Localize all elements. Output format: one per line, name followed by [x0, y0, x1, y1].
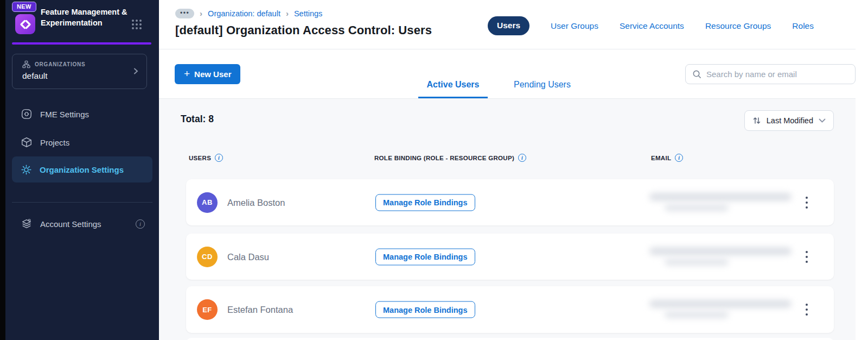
- kebab-menu-icon[interactable]: [802, 251, 811, 263]
- access-control-tabs: Users User Groups Service Accounts Resou…: [488, 16, 814, 35]
- search-box: [685, 64, 856, 84]
- table-header-row: USERSi ROLE BINDING (ROLE - RESOURCE GRO…: [159, 154, 856, 162]
- avatar: CD: [197, 247, 218, 267]
- manage-role-bindings-button[interactable]: Manage Role Bindings: [375, 248, 475, 265]
- gear-icon: [21, 164, 32, 175]
- info-icon[interactable]: i: [215, 154, 223, 162]
- sidebar-divider: [12, 202, 152, 203]
- info-icon[interactable]: i: [675, 154, 683, 162]
- avatar: AB: [197, 192, 218, 213]
- toolbar: + New User Active Users Pending Users: [159, 49, 856, 99]
- chevron-down-icon: [819, 118, 826, 123]
- sidebar: NEW Feature Management & Experimentation…: [5, 0, 159, 340]
- layers-icon: [21, 218, 33, 230]
- screen: NEW Feature Management & Experimentation…: [0, 0, 868, 340]
- column-header-users: USERSi: [189, 154, 223, 162]
- page-header: ••• › Organization: default › Settings […: [159, 0, 856, 49]
- sort-icon: [752, 116, 761, 125]
- sort-dropdown-value: Last Modified: [767, 116, 813, 125]
- tab-roles[interactable]: Roles: [792, 21, 814, 31]
- email-redacted: [649, 298, 796, 322]
- sidebar-item-fme-settings[interactable]: FME Settings: [12, 103, 152, 125]
- breadcrumb-ellipsis[interactable]: •••: [175, 9, 194, 18]
- fme-settings-icon: [21, 108, 33, 120]
- page-title: [default] Organization Access Control: U…: [175, 23, 432, 37]
- table-row: AB Amelia Boston Manage Role Bindings: [186, 179, 834, 225]
- table-row: CD Cala Dasu Manage Role Bindings: [186, 234, 834, 280]
- tab-resource-groups[interactable]: Resource Groups: [705, 21, 771, 31]
- sidebar-item-account-settings[interactable]: Account Settings i: [12, 213, 152, 235]
- user-name: Amelia Boston: [227, 197, 285, 207]
- email-redacted: [649, 191, 796, 215]
- info-icon[interactable]: i: [136, 219, 145, 229]
- sidebar-item-label: Account Settings: [40, 219, 101, 229]
- apps-grid-icon[interactable]: [132, 20, 144, 32]
- sort-dropdown[interactable]: Last Modified: [744, 110, 834, 131]
- avatar: EF: [197, 299, 218, 320]
- search-input[interactable]: [706, 70, 848, 79]
- new-badge: NEW: [12, 2, 36, 12]
- tab-user-groups[interactable]: User Groups: [551, 21, 598, 31]
- organization-selector[interactable]: ORGANIZATIONS default: [12, 54, 147, 89]
- breadcrumb: ••• › Organization: default › Settings: [175, 9, 322, 18]
- table-row: EF Estefan Fontana Manage Role Bindings: [186, 286, 834, 333]
- users-list-panel: Total: 8 Last Modified USERSi ROLE BINDI…: [159, 99, 856, 340]
- email-redacted: [649, 245, 796, 269]
- sidebar-item-label: Organization Settings: [40, 165, 124, 174]
- chevron-right-icon: [132, 67, 139, 75]
- manage-role-bindings-button[interactable]: Manage Role Bindings: [375, 301, 475, 318]
- chevron-right-icon: ›: [200, 9, 202, 18]
- manage-role-bindings-button[interactable]: Manage Role Bindings: [375, 194, 475, 211]
- kebab-menu-icon[interactable]: [802, 197, 811, 209]
- user-name: Estefan Fontana: [227, 305, 293, 315]
- search-icon: [692, 70, 701, 79]
- user-view-tabs: Active Users Pending Users: [418, 80, 578, 98]
- tab-service-accounts[interactable]: Service Accounts: [620, 21, 684, 31]
- background-edge-strip: [0, 0, 5, 340]
- sidebar-item-label: FME Settings: [40, 110, 89, 119]
- cube-icon: [21, 136, 33, 148]
- kebab-menu-icon[interactable]: [802, 304, 811, 316]
- tab-pending-users[interactable]: Pending Users: [506, 80, 578, 98]
- sidebar-item-label: Projects: [40, 138, 69, 147]
- org-hierarchy-icon: [22, 60, 30, 68]
- main-content: ••• › Organization: default › Settings […: [159, 0, 856, 340]
- total-count: Total: 8: [181, 114, 214, 125]
- new-user-button[interactable]: + New User: [175, 64, 240, 84]
- sidebar-item-organization-settings[interactable]: Organization Settings: [12, 156, 152, 182]
- tab-users[interactable]: Users: [488, 16, 529, 35]
- org-selector-label: ORGANIZATIONS: [35, 61, 86, 67]
- table-row-partial: [186, 338, 834, 340]
- user-name: Cala Dasu: [227, 251, 269, 262]
- column-header-email: EMAILi: [651, 154, 683, 162]
- chevron-right-icon: ›: [286, 9, 289, 18]
- new-user-button-label: New User: [194, 70, 231, 79]
- breadcrumb-link-settings[interactable]: Settings: [294, 9, 322, 18]
- tab-active-users[interactable]: Active Users: [418, 80, 488, 98]
- plus-icon: +: [184, 68, 190, 80]
- brand-divider: [12, 42, 151, 45]
- breadcrumb-link-organization[interactable]: Organization: default: [208, 9, 280, 18]
- app-logo[interactable]: [15, 14, 35, 34]
- org-selector-value: default: [22, 71, 139, 81]
- column-header-role-binding: ROLE BINDING (ROLE - RESOURCE GROUP)i: [374, 154, 526, 162]
- sidebar-item-projects[interactable]: Projects: [12, 131, 152, 153]
- info-icon[interactable]: i: [518, 154, 526, 162]
- app-title: Feature Management & Experimentation: [41, 7, 127, 28]
- fme-logo-icon: [19, 18, 32, 31]
